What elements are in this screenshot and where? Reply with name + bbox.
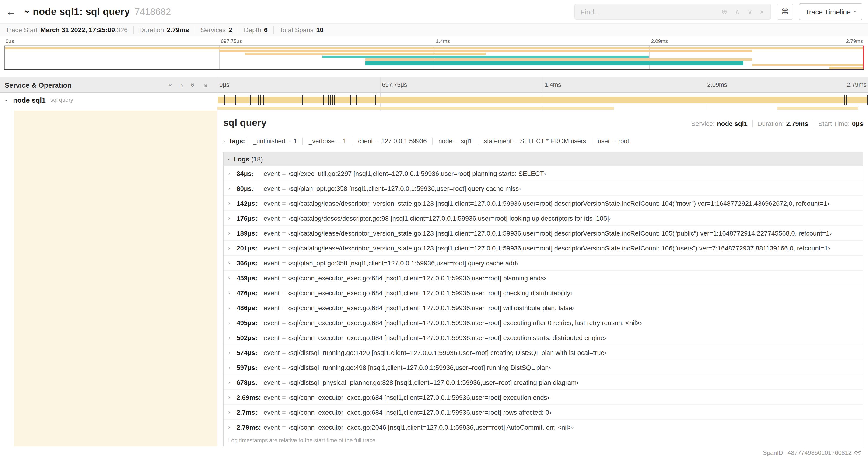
- log-marker-tick[interactable]: [356, 95, 357, 105]
- log-entry[interactable]: › 176μs: event = ‹sql/catalog/descs/desc…: [223, 211, 863, 226]
- log-entry[interactable]: › 142μs: event = ‹sql/catalog/lease/desc…: [223, 196, 863, 211]
- span-row-timeline[interactable]: [217, 93, 868, 107]
- find-input[interactable]: [575, 8, 715, 15]
- log-marker-tick[interactable]: [250, 95, 251, 105]
- find-group: ⊕ ∧ ∨ ×: [575, 4, 771, 20]
- log-marker-tick[interactable]: [375, 95, 376, 105]
- collapse-one-icon[interactable]: ›: [167, 84, 175, 86]
- log-marker-tick[interactable]: [332, 95, 333, 105]
- summary-value: 2: [228, 26, 232, 34]
- log-chevron-right-icon[interactable]: ›: [228, 424, 237, 431]
- log-chevron-right-icon[interactable]: ›: [228, 364, 237, 371]
- log-entry[interactable]: › 201μs: event = ‹sql/catalog/lease/desc…: [223, 241, 863, 256]
- log-chevron-right-icon[interactable]: ›: [228, 394, 237, 400]
- log-entry[interactable]: › 80μs: event = ‹sql/plan_opt.go:358 [ns…: [223, 181, 863, 196]
- log-marker-tick[interactable]: [260, 95, 261, 105]
- log-chevron-right-icon[interactable]: ›: [228, 215, 237, 221]
- find-clear-icon[interactable]: ×: [760, 8, 764, 15]
- tags-chevron-right-icon[interactable]: ›: [223, 138, 225, 144]
- tag-item: _verbose = 1: [303, 137, 352, 144]
- log-timestamp: 459μs:: [237, 274, 264, 282]
- log-entry[interactable]: › 189μs: event = ‹sql/catalog/lease/desc…: [223, 226, 863, 241]
- timeline-ruler: 0μs697.75μs1.4ms2.09ms2.79ms: [217, 77, 868, 92]
- log-timestamp: 502μs:: [237, 334, 264, 341]
- log-entry[interactable]: › 486μs: event = ‹sql/conn_executor_exec…: [223, 300, 863, 315]
- log-chevron-right-icon[interactable]: ›: [228, 304, 237, 311]
- log-marker-tick[interactable]: [257, 95, 258, 105]
- log-chevron-right-icon[interactable]: ›: [228, 379, 237, 386]
- log-chevron-right-icon[interactable]: ›: [228, 274, 237, 281]
- trace-view-selector[interactable]: Trace Timeline ›: [799, 3, 862, 20]
- log-entry[interactable]: › 678μs: event = ‹sql/distsql_physical_p…: [223, 375, 863, 390]
- span-duration-bar[interactable]: [218, 97, 868, 103]
- log-timestamp: 476μs:: [237, 289, 264, 296]
- log-entry[interactable]: › 574μs: event = ‹sql/distsql_running.go…: [223, 345, 863, 360]
- back-button[interactable]: ←: [6, 5, 22, 18]
- keyboard-shortcuts-button[interactable]: ⌘: [777, 4, 793, 20]
- log-marker-tick[interactable]: [350, 95, 351, 105]
- log-timestamp: 366μs:: [237, 259, 264, 267]
- collapse-all-icon[interactable]: »: [189, 83, 197, 87]
- log-entry[interactable]: › 34μs: event = ‹sql/exec_util.go:2297 […: [223, 166, 863, 181]
- tag-value: 1: [293, 137, 297, 144]
- equals-sign: =: [282, 393, 286, 401]
- log-entry[interactable]: › 2.69ms: event = ‹sql/conn_executor_exe…: [223, 390, 863, 405]
- log-chevron-right-icon[interactable]: ›: [228, 245, 237, 251]
- command-icon: ⌘: [781, 7, 789, 17]
- log-chevron-right-icon[interactable]: ›: [228, 185, 237, 192]
- log-chevron-right-icon[interactable]: ›: [228, 289, 237, 296]
- log-chevron-right-icon[interactable]: ›: [228, 409, 237, 415]
- log-chevron-right-icon[interactable]: ›: [228, 170, 237, 176]
- equals-sign: =: [282, 304, 286, 312]
- log-chevron-right-icon[interactable]: ›: [228, 260, 237, 266]
- log-marker-tick[interactable]: [323, 95, 324, 105]
- equals-sign: =: [282, 364, 286, 371]
- logs-chevron-down-icon[interactable]: ›: [226, 158, 232, 160]
- find-next-icon[interactable]: ∨: [747, 7, 752, 16]
- tags-row[interactable]: › Tags: _unfinished = 1 _verbose = 1: [223, 135, 863, 147]
- log-marker-tick[interactable]: [328, 95, 329, 105]
- log-entry[interactable]: › 2.79ms: event = ‹sql/conn_executor_exe…: [223, 420, 863, 435]
- log-entry[interactable]: › 459μs: event = ‹sql/conn_executor_exec…: [223, 270, 863, 286]
- log-marker-tick[interactable]: [334, 95, 335, 105]
- log-chevron-right-icon[interactable]: ›: [228, 230, 237, 236]
- log-marker-tick[interactable]: [235, 95, 236, 105]
- log-marker-tick[interactable]: [302, 95, 303, 105]
- expand-one-icon[interactable]: ›: [181, 81, 183, 89]
- trace-collapse-chevron-icon[interactable]: ›: [22, 10, 33, 13]
- log-entry[interactable]: › 476μs: event = ‹sql/conn_executor_exec…: [223, 286, 863, 300]
- summary-label: Services: [201, 26, 226, 34]
- log-marker-tick[interactable]: [844, 95, 845, 105]
- find-zoom-icon[interactable]: ⊕: [721, 7, 727, 16]
- log-timestamp: 2.69ms:: [237, 393, 264, 401]
- timeline-tick-label: 2.79ms: [846, 38, 863, 44]
- log-entry[interactable]: › 495μs: event = ‹sql/conn_executor_exec…: [223, 315, 863, 330]
- expand-all-icon[interactable]: »: [204, 81, 208, 89]
- summary-item: Services 2: [195, 26, 238, 34]
- log-entry[interactable]: › 366μs: event = ‹sql/plan_opt.go:358 [n…: [223, 256, 863, 270]
- log-entry[interactable]: › 2.7ms: event = ‹sql/conn_executor_exec…: [223, 405, 863, 420]
- deep-link-icon[interactable]: [855, 449, 862, 456]
- log-chevron-right-icon[interactable]: ›: [228, 334, 237, 341]
- span-row-name-column[interactable]: › node sql1 sql query: [0, 93, 217, 107]
- span-collapse-chevron-icon[interactable]: ›: [3, 93, 10, 106]
- summary-item: Duration 2.79ms: [133, 26, 195, 34]
- minimap-canvas[interactable]: [4, 45, 864, 70]
- span-row[interactable]: › node sql1 sql query: [0, 93, 868, 107]
- log-entry[interactable]: › 502μs: event = ‹sql/conn_executor_exec…: [223, 330, 863, 345]
- find-prev-icon[interactable]: ∧: [735, 7, 740, 16]
- log-chevron-right-icon[interactable]: ›: [228, 319, 237, 326]
- log-marker-tick[interactable]: [867, 95, 868, 105]
- log-chevron-right-icon[interactable]: ›: [228, 200, 237, 206]
- log-field-value: ‹sql/catalog/lease/descriptor_version_st…: [288, 244, 830, 252]
- log-marker-tick[interactable]: [330, 95, 331, 105]
- log-marker-tick[interactable]: [846, 95, 847, 105]
- log-entry[interactable]: › 597μs: event = ‹sql/distsql_running.go…: [223, 360, 863, 375]
- summary-value: March 31 2022, 17:25:09: [40, 26, 115, 34]
- log-field-value: ‹sql/exec_util.go:2297 [nsql1,client=127…: [288, 170, 546, 177]
- log-marker-tick[interactable]: [264, 95, 265, 105]
- logs-header[interactable]: › Logs (18): [223, 152, 863, 166]
- log-chevron-right-icon[interactable]: ›: [228, 349, 237, 356]
- log-marker-tick[interactable]: [224, 95, 225, 105]
- minimap-left-scrubber[interactable]: [4, 46, 5, 69]
